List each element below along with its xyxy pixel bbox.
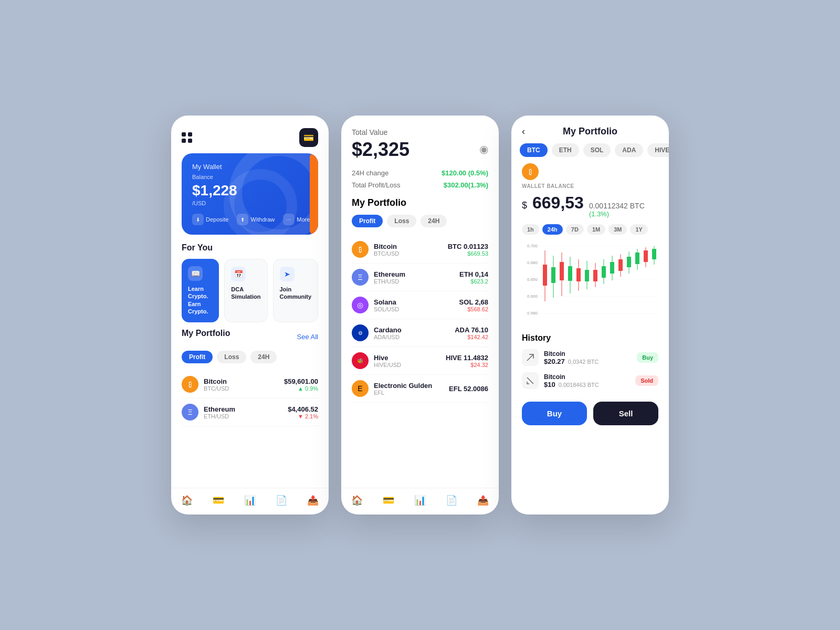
learn-crypto-card[interactable]: 📖 Learn Crypto. Earn Crypto. (182, 259, 219, 322)
wallet-currency: /USD (192, 200, 308, 206)
s1-filter-loss[interactable]: Loss (217, 351, 246, 363)
s1-eth-right: $4,406.52 ▼ 2.1% (288, 405, 318, 419)
s2-ada-value: $142.42 (455, 334, 488, 340)
s2-eth-pair: ETH/USD (374, 278, 405, 285)
s2-efl-row: E Electronic Gulden EFL EFL 52.0086 (352, 375, 488, 403)
stat-value-1: $120.00 (0.5%) (442, 169, 488, 177)
s2-filter-tabs: Profit Loss 24H (352, 215, 488, 227)
history-buy-icon (522, 349, 539, 366)
s1-filter-profit[interactable]: Profit (182, 351, 213, 363)
coin-tab-ada[interactable]: ADA (615, 143, 643, 157)
for-you-title: For You (182, 243, 318, 253)
time-tab-1m[interactable]: 1M (587, 224, 605, 235)
s3-title: My Portfolio (563, 126, 617, 137)
svg-rect-11 (543, 265, 547, 286)
history-name-1: Bitcoin (544, 350, 632, 358)
s1-nav-chart[interactable]: 📊 (244, 495, 256, 506)
for-you-cards: 📖 Learn Crypto. Earn Crypto. 📅 DCA Simul… (182, 259, 318, 322)
s1-eth-pair: ETH/USD (204, 413, 235, 419)
s2-nav-chart[interactable]: 📊 (414, 495, 426, 506)
history-row-2: Bitcoin $10 0.0018463 BTC Sold (522, 372, 658, 389)
more-btn[interactable]: ⋯ More (283, 214, 310, 225)
s1-btc-price: $59,601.00 (284, 377, 318, 385)
s1-nav-share[interactable]: 📤 (307, 495, 319, 506)
s1-nav-doc[interactable]: 📄 (276, 495, 287, 506)
wallet-tab-orange (310, 153, 318, 235)
svg-rect-21 (585, 270, 589, 281)
s2-hive-amount: HIVE 11.4832 (446, 354, 488, 362)
deposite-btn[interactable]: ⬇ Deposite (192, 214, 228, 225)
eye-icon[interactable]: ◉ (479, 143, 488, 155)
screen1-header: 💳 (171, 116, 329, 153)
history-badge-1[interactable]: Buy (637, 352, 658, 363)
screens-container: 💳 My Wallet Balance $1,228 /USD ⬇ Deposi… (171, 116, 669, 514)
s2-portfolio-title: My Portfolio (352, 197, 488, 208)
s2-nav-home[interactable]: 🏠 (351, 495, 363, 506)
history-sell-icon (522, 372, 539, 389)
coin-tab-eth[interactable]: ETH (552, 143, 579, 157)
see-all-btn[interactable]: See All (297, 333, 318, 341)
time-tab-1y[interactable]: 1Y (630, 224, 647, 235)
learn-crypto-text: Learn Crypto. Earn Crypto. (188, 285, 213, 315)
s2-filter-24h[interactable]: 24H (421, 215, 447, 227)
dca-icon: 📅 (231, 267, 246, 281)
screen-3: ‹ My Portfolio BTC ETH SOL ADA HIVE E ₿ … (511, 116, 669, 514)
history-amount-1: 0,0342 BTC (568, 359, 599, 365)
coin-tab-hive[interactable]: HIVE (647, 143, 669, 157)
btc-price-row: $ 669,53 0.00112342 BTC (1.3%) (522, 193, 658, 218)
dca-simulation-card[interactable]: 📅 DCA Simulation (224, 259, 267, 322)
join-community-card[interactable]: ➤ Join Community (273, 259, 319, 322)
s1-portfolio-title: My Portfolio (182, 329, 230, 338)
s1-filter-tabs: Profit Loss 24H (182, 351, 318, 363)
wallet-card: My Wallet Balance $1,228 /USD ⬇ Deposite… (182, 153, 318, 235)
sell-button[interactable]: Sell (593, 402, 658, 425)
s3-header: ‹ My Portfolio (511, 116, 669, 143)
back-arrow[interactable]: ‹ (522, 126, 525, 137)
svg-text:0.650: 0.650 (527, 277, 538, 282)
btc-circle-icon: ₿ (522, 163, 539, 180)
s2-filter-profit[interactable]: Profit (352, 215, 383, 227)
svg-rect-27 (610, 262, 614, 274)
s2-eth-name: Ethereum (374, 270, 405, 278)
time-tab-3m[interactable]: 3M (608, 224, 627, 235)
btc-dollar-sign: $ (522, 200, 527, 211)
screen-2: Total Value $2,325 ◉ 24H change $120.00 … (341, 116, 499, 514)
svg-rect-19 (576, 268, 581, 281)
s2-bottom-nav: 🏠 💳 📊 📄 📤 (341, 488, 499, 514)
time-tab-1h[interactable]: 1h (522, 224, 539, 235)
coin-tab-sol[interactable]: SOL (583, 143, 611, 157)
s1-btc-right: $59,601.00 ▲ 0.9% (284, 377, 318, 392)
s1-eth-icon: Ξ (182, 404, 198, 421)
svg-rect-25 (602, 266, 606, 278)
action-buttons: Buy Sell (511, 395, 669, 436)
s2-nav-doc[interactable]: 📄 (446, 495, 457, 506)
time-tab-7d[interactable]: 7D (566, 224, 584, 235)
s2-nav-share[interactable]: 📤 (477, 495, 489, 506)
s1-btc-pair: BTC/USD (204, 385, 229, 392)
portfolio-header: My Portfolio See All (182, 329, 318, 344)
s1-filter-24h[interactable]: 24H (250, 351, 277, 363)
buy-button[interactable]: Buy (522, 402, 587, 425)
stat-row-2: Total Profit/Loss $302.00(1.3%) (352, 181, 488, 189)
s2-filter-loss[interactable]: Loss (387, 215, 416, 227)
coin-tabs: BTC ETH SOL ADA HIVE E (511, 143, 669, 163)
more-label: More (297, 216, 310, 223)
s2-nav-wallet[interactable]: 💳 (383, 495, 394, 506)
withdraw-icon: ⬆ (237, 214, 248, 225)
history-badge-2[interactable]: Sold (635, 375, 658, 386)
coin-tab-btc[interactable]: BTC (520, 143, 548, 157)
total-value-amount: $2,325 (352, 139, 410, 161)
s1-eth-change: ▼ 2.1% (288, 413, 318, 419)
wallet-icon-btn[interactable]: 💳 (299, 128, 318, 147)
grid-icon[interactable] (182, 132, 192, 143)
s1-btc-left: ₿ Bitcoin BTC/USD (182, 376, 229, 393)
withdraw-btn[interactable]: ⬆ Withdraw (237, 214, 275, 225)
s1-nav-home[interactable]: 🏠 (181, 495, 193, 506)
time-tab-24h[interactable]: 24h (542, 224, 563, 235)
deposite-label: Deposite (206, 216, 228, 223)
s2-sol-amount: SOL 2,68 (459, 298, 488, 306)
s2-sol-value: $568.62 (459, 306, 488, 312)
dca-text: DCA Simulation (231, 286, 260, 301)
s1-nav-wallet[interactable]: 💳 (213, 495, 224, 506)
stat-label-1: 24H change (352, 169, 388, 177)
